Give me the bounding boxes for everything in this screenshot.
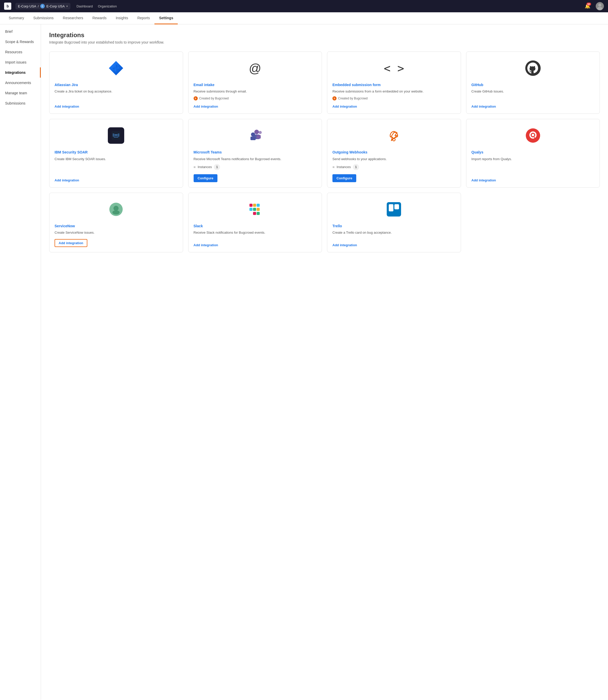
sidebar-item-scope-rewards[interactable]: Scope & Rewards — [0, 37, 41, 47]
svg-point-17 — [532, 134, 534, 136]
integration-card-trello: Trello Create a Trello card on bug accep… — [327, 193, 461, 252]
trello-add-button[interactable]: Add integration — [332, 243, 357, 247]
tab-settings[interactable]: Settings — [154, 12, 178, 24]
integration-card-teams: Microsoft Teams Receive Microsoft Teams … — [188, 119, 322, 187]
top-nav-links: Dashboard Organization — [77, 4, 117, 8]
teams-instances-count: 1 — [214, 164, 220, 170]
svg-rect-30 — [389, 204, 393, 211]
integration-card-jira: Atlassian Jira Create a Jira ticket on b… — [49, 52, 183, 114]
jira-desc: Create a Jira ticket on bug acceptance. — [55, 89, 178, 100]
main-layout: Brief Scope & Rewards Resources Import i… — [0, 24, 608, 700]
tab-researchers[interactable]: Researchers — [58, 12, 88, 24]
qualys-add-button[interactable]: Add integration — [472, 178, 496, 182]
email-badge: b Created by Bugcrowd — [194, 96, 317, 100]
email-created-by: Created by Bugcrowd — [199, 97, 229, 100]
embed-icon-area: < > — [332, 58, 456, 78]
slack-title: Slack — [194, 224, 317, 228]
email-icon: @ — [249, 61, 261, 75]
jira-add-button[interactable]: Add integration — [55, 105, 79, 108]
svg-rect-28 — [256, 212, 260, 215]
github-desc: Create GitHub issues. — [472, 89, 595, 100]
servicenow-icon-area — [55, 199, 178, 220]
page-title: Integrations — [49, 32, 600, 39]
bugcrowd-badge-icon: b — [194, 96, 198, 100]
tab-summary[interactable]: Summary — [4, 12, 29, 24]
tab-reports[interactable]: Reports — [133, 12, 154, 24]
servicenow-add-button[interactable]: Add integration — [55, 239, 87, 247]
teams-icon — [247, 127, 263, 144]
trello-title: Trello — [332, 224, 456, 228]
embed-desc: Receive submissions from a form embedded… — [332, 89, 456, 94]
webhook-configure-button[interactable]: Configure — [332, 174, 356, 182]
tab-submissions[interactable]: Submissions — [29, 12, 58, 24]
qualys-desc: Import reports from Qualys. — [472, 157, 595, 174]
page-subtitle: Integrate Bugcrowd into your established… — [49, 40, 600, 44]
sidebar-item-manage-team[interactable]: Manage team — [0, 88, 41, 98]
embed-icon: < > — [384, 62, 404, 75]
sidebar-item-submissions[interactable]: Submissions — [0, 98, 41, 108]
webhook-instances-count: 1 — [353, 164, 359, 170]
organization-link[interactable]: Organization — [98, 4, 117, 8]
svg-rect-10 — [250, 136, 255, 140]
teams-configure-button[interactable]: Configure — [194, 174, 217, 182]
embed-add-button[interactable]: Add integration — [332, 105, 357, 108]
integration-card-ibm: IBM Security SOAR Create IBM Security SO… — [49, 119, 183, 187]
main-content: Integrations Integrate Bugcrowd into you… — [41, 24, 608, 700]
github-add-button[interactable]: Add integration — [472, 105, 496, 108]
sidebar-item-resources[interactable]: Resources — [0, 47, 41, 57]
notification-badge: 60 — [587, 3, 591, 6]
email-actions: Add integration — [194, 105, 317, 108]
jira-icon — [108, 60, 124, 76]
embed-badge: b Created by Bugcrowd — [332, 96, 456, 100]
slack-add-button[interactable]: Add integration — [194, 243, 218, 247]
integration-card-qualys: Qualys Import reports from Qualys. Add i… — [466, 119, 600, 187]
dashboard-link[interactable]: Dashboard — [77, 4, 93, 8]
embed-actions: Add integration — [332, 105, 456, 108]
jira-actions: Add integration — [55, 105, 178, 108]
webhook-actions: Configure — [332, 174, 456, 182]
jira-icon-area — [55, 58, 178, 78]
github-actions: Add integration — [472, 105, 595, 108]
svg-rect-23 — [249, 204, 252, 207]
notifications-button[interactable]: 🔔 60 — [584, 2, 592, 10]
teams-desc: Receive Microsoft Teams notifications fo… — [194, 157, 317, 161]
tab-rewards[interactable]: Rewards — [88, 12, 111, 24]
chevron-down-icon: ▾ — [66, 5, 68, 8]
svg-point-9 — [251, 132, 255, 136]
sidebar-item-integrations[interactable]: Integrations — [0, 68, 41, 78]
email-add-button[interactable]: Add integration — [194, 105, 218, 108]
svg-rect-31 — [394, 204, 399, 209]
ibm-actions: Add integration — [55, 178, 178, 182]
org-selector[interactable]: E-Corp USA / E E-Corp USA ▾ — [15, 3, 71, 10]
ibm-title: IBM Security SOAR — [55, 150, 178, 154]
integration-card-github: GitHub Create GitHub issues. Add integra… — [466, 52, 600, 114]
org-path-label: E-Corp USA — [18, 4, 36, 8]
ibm-add-button[interactable]: Add integration — [55, 178, 79, 182]
teams-title: Microsoft Teams — [194, 150, 317, 154]
sidebar-item-brief[interactable]: Brief — [0, 26, 41, 37]
org-icon: E — [40, 4, 45, 8]
qualys-icon-area — [472, 125, 595, 146]
trello-actions: Add integration — [332, 243, 456, 247]
slack-icon — [247, 201, 263, 218]
email-icon-area: @ — [194, 58, 317, 78]
integration-card-servicenow: ServiceNow Create ServiceNow issues. Add… — [49, 193, 183, 252]
sidebar-item-announcements[interactable]: Announcements — [0, 78, 41, 88]
servicenow-actions: Add integration — [55, 239, 178, 247]
svg-point-5 — [254, 130, 259, 134]
teams-icon-area — [194, 125, 317, 146]
integration-card-slack: Slack Receive Slack notifications for Bu… — [188, 193, 322, 252]
qualys-icon — [525, 127, 541, 144]
webhook-desc: Send webhooks to your applications. — [332, 157, 456, 161]
svg-point-1 — [597, 7, 602, 10]
qualys-actions: Add integration — [472, 178, 595, 182]
user-avatar[interactable] — [596, 2, 604, 10]
top-nav: b E-Corp USA / E E-Corp USA ▾ Dashboard … — [0, 0, 608, 12]
embed-created-by: Created by Bugcrowd — [338, 97, 367, 100]
svg-point-20 — [112, 210, 120, 215]
webhook-instances-label: Instances — [337, 165, 351, 169]
bugcrowd-badge-icon-embed: b — [332, 96, 337, 100]
tab-insights[interactable]: Insights — [111, 12, 133, 24]
sidebar-item-import-issues[interactable]: Import issues — [0, 57, 41, 68]
teams-instances: ≡ Instances 1 — [194, 164, 317, 170]
